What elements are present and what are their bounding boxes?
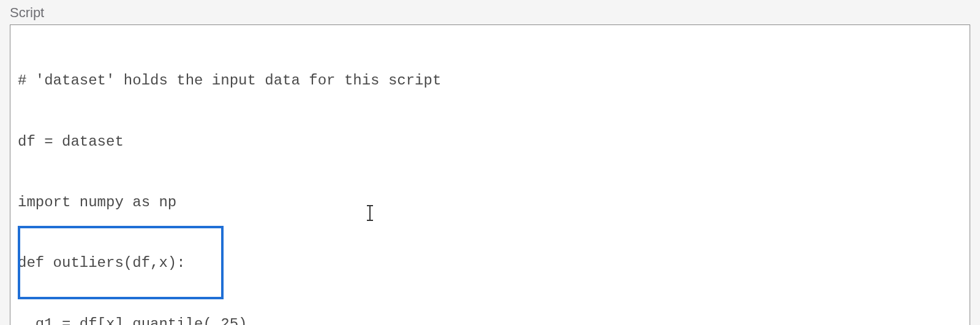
- code-line: # 'dataset' holds the input data for thi…: [18, 70, 962, 91]
- script-editor[interactable]: # 'dataset' holds the input data for thi…: [10, 24, 970, 325]
- code-line: q1 = df[x].quantile(.25): [18, 314, 962, 325]
- script-label: Script: [10, 5, 970, 21]
- code-line: df = dataset: [18, 132, 962, 152]
- code-line: import numpy as np: [18, 192, 962, 212]
- code-line: def outliers(df,x):: [18, 253, 962, 273]
